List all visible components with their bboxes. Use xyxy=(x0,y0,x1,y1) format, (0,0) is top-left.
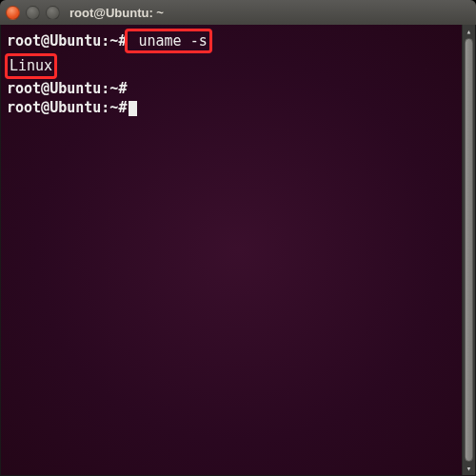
shell-prompt: root@Ubuntu:~# xyxy=(7,32,127,50)
terminal-window: root@Ubuntu: ~ root@Ubuntu:~# uname -s L… xyxy=(0,0,476,476)
output-text: Linux xyxy=(10,57,52,74)
terminal-body[interactable]: root@Ubuntu:~# uname -s Linux root@Ubunt… xyxy=(0,25,476,476)
highlight-output: Linux xyxy=(5,53,57,78)
minimize-icon[interactable] xyxy=(26,6,40,20)
terminal-line: root@Ubuntu:~# xyxy=(7,98,469,117)
window-controls xyxy=(6,6,60,20)
shell-prompt: root@Ubuntu:~# xyxy=(7,99,127,116)
window-title: root@Ubuntu: ~ xyxy=(69,6,164,20)
terminal-line: root@Ubuntu:~# uname -s xyxy=(7,29,469,53)
scroll-up-icon[interactable]: ▴ xyxy=(463,25,475,38)
titlebar[interactable]: root@Ubuntu: ~ xyxy=(0,0,476,25)
maximize-icon[interactable] xyxy=(46,6,60,20)
terminal-line: root@Ubuntu:~# xyxy=(7,79,469,98)
close-icon[interactable] xyxy=(6,6,20,20)
terminal-line: Linux xyxy=(7,53,469,78)
scroll-down-icon[interactable]: ▾ xyxy=(463,462,475,475)
scrollbar[interactable]: ▴ ▾ xyxy=(462,25,475,475)
scrollbar-thumb[interactable] xyxy=(465,38,473,462)
cursor-icon xyxy=(129,101,137,116)
command-text: uname -s xyxy=(129,32,207,50)
highlight-command: uname -s xyxy=(125,29,211,53)
shell-prompt: root@Ubuntu:~# xyxy=(7,80,127,97)
